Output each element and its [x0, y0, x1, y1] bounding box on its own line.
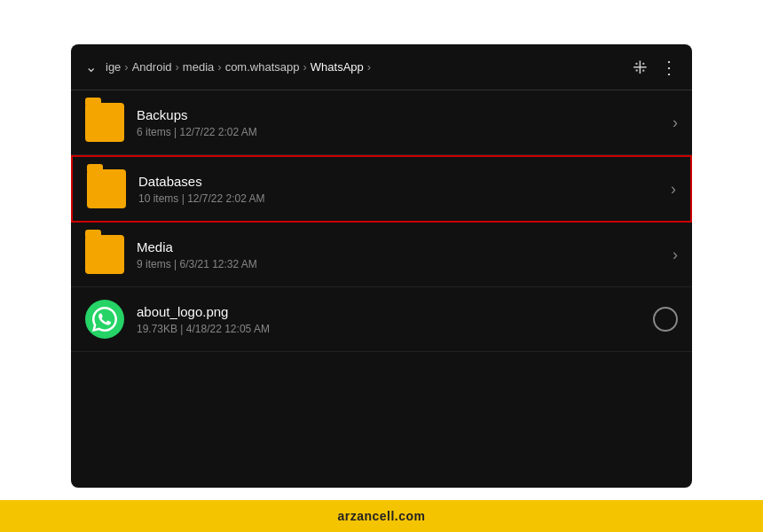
breadcrumb-sep-2: ›: [176, 60, 179, 74]
footer-bar: arzancell.com: [0, 500, 763, 532]
file-info: Databases 10 items | 12/7/22 2:02 AM: [138, 174, 664, 205]
file-meta: 10 items | 12/7/22 2:02 AM: [138, 192, 664, 205]
folder-icon: [85, 103, 124, 142]
breadcrumb-sep-5: ›: [367, 60, 371, 74]
breadcrumb-android[interactable]: Android: [132, 60, 172, 74]
file-info: Backups 6 items | 12/7/22 2:02 AM: [137, 107, 665, 138]
grid-view-icon[interactable]: ⁜: [633, 57, 648, 78]
list-item[interactable]: Media 9 items | 6/3/21 12:32 AM ›: [71, 223, 692, 287]
whatsapp-logo-icon: [85, 300, 124, 339]
file-name: about_logo.png: [137, 304, 646, 319]
file-info: Media 9 items | 6/3/21 12:32 AM: [137, 239, 665, 270]
chevron-right-icon: ›: [671, 180, 676, 199]
folder-icon: [85, 235, 124, 274]
breadcrumb: ige › Android › media › com.whatsapp › W…: [106, 60, 371, 74]
breadcrumb-sep-3: ›: [217, 60, 221, 74]
chevron-down-icon[interactable]: ⌄: [85, 59, 97, 75]
file-name: Media: [137, 239, 665, 254]
breadcrumb-media[interactable]: media: [183, 60, 214, 74]
breadcrumb-prefix: ige: [106, 60, 121, 74]
file-list: Backups 6 items | 12/7/22 2:02 AM › Data…: [71, 90, 692, 488]
list-item[interactable]: Databases 10 items | 12/7/22 2:02 AM ›: [71, 155, 692, 223]
breadcrumb-whatsapp[interactable]: WhatsApp: [311, 60, 364, 74]
footer-text: arzancell.com: [337, 509, 425, 523]
breadcrumb-sep-4: ›: [303, 60, 306, 74]
more-options-icon[interactable]: ⋮: [660, 57, 678, 78]
list-item[interactable]: Backups 6 items | 12/7/22 2:02 AM ›: [71, 90, 692, 155]
file-name: Databases: [138, 174, 664, 189]
list-item[interactable]: about_logo.png 19.73KB | 4/18/22 12:05 A…: [71, 287, 692, 352]
breadcrumb-actions: ⁜ ⋮: [633, 57, 678, 78]
breadcrumb-bar: ⌄ ige › Android › media › com.whatsapp ›…: [71, 44, 692, 90]
file-meta: 9 items | 6/3/21 12:32 AM: [137, 258, 665, 270]
file-meta: 6 items | 12/7/22 2:02 AM: [137, 126, 665, 138]
file-meta: 19.73KB | 4/18/22 12:05 AM: [137, 323, 646, 335]
breadcrumb-comwhatsapp[interactable]: com.whatsapp: [225, 60, 300, 74]
folder-icon: [87, 169, 126, 208]
chevron-right-icon: ›: [673, 113, 678, 132]
file-browser-window: ⌄ ige › Android › media › com.whatsapp ›…: [71, 44, 692, 488]
breadcrumb-sep-1: ›: [124, 60, 128, 74]
file-name: Backups: [137, 107, 665, 122]
chevron-right-icon: ›: [673, 246, 678, 264]
file-info: about_logo.png 19.73KB | 4/18/22 12:05 A…: [137, 304, 646, 335]
select-circle-button[interactable]: [653, 307, 678, 332]
